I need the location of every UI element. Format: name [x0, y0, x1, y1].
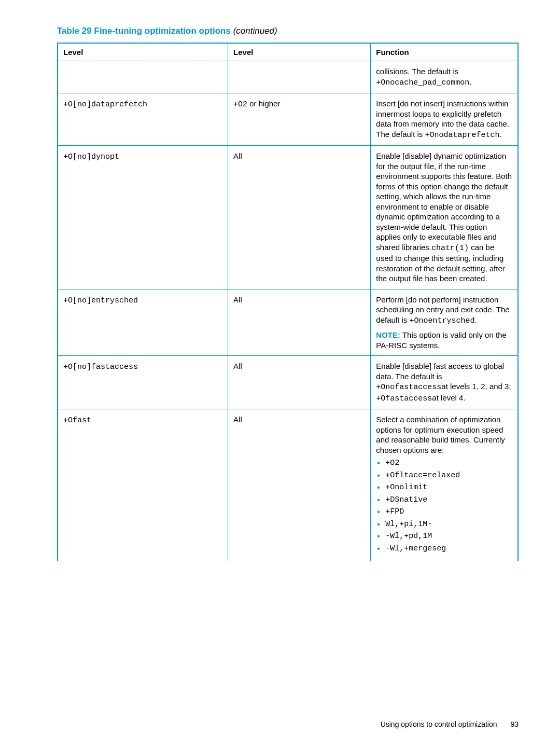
text: Select a combination of optimization opt…	[376, 415, 505, 454]
cell-function: Insert [do not insert] instructions with…	[371, 93, 518, 146]
text: All	[233, 295, 242, 304]
code: +O[no]fastaccess	[63, 363, 138, 371]
table-row: +O[no]entrysched All Perform [do not per…	[58, 289, 518, 356]
cell-function: Enable [disable] dynamic optimization fo…	[371, 146, 518, 289]
footer-text: Using options to control optimization	[381, 720, 497, 728]
list-item: +Onolimit	[376, 482, 512, 493]
code: +Onoentrysched	[410, 316, 475, 325]
cell-function: collisions. The default is +Onocache_pad…	[371, 61, 518, 93]
code: +Onocache_pad_common	[376, 78, 469, 87]
text: All	[233, 362, 242, 370]
page-number: 93	[510, 720, 519, 728]
text: .	[500, 130, 502, 139]
text: Enable [disable] fast access to global d…	[376, 362, 504, 381]
cell-level: +O[no]entrysched	[58, 289, 228, 356]
code: +Ofast	[63, 416, 91, 425]
code: +O[no]entrysched	[63, 296, 138, 305]
list-item: -Wl,+mergeseg	[376, 544, 512, 554]
table-row: collisions. The default is +Onocache_pad…	[58, 61, 518, 93]
cell-opt-level: All	[228, 356, 371, 409]
note-label: NOTE:	[376, 330, 400, 339]
header-level-2: Level	[228, 43, 371, 61]
list-item: +DSnative	[376, 495, 512, 505]
cell-function: Perform [do not perform] instruction sch…	[371, 289, 518, 356]
table-header-row: Level Level Function	[58, 43, 518, 61]
cell-level	[58, 61, 228, 93]
cell-opt-level: All	[228, 146, 371, 289]
cell-function: Enable [disable] fast access to global d…	[371, 356, 518, 409]
cell-opt-level: +O2 or higher	[228, 93, 371, 146]
table-row: +O[no]fastaccess All Enable [disable] fa…	[58, 356, 518, 409]
code: +O[no]dataprefetch	[63, 100, 147, 109]
text: .	[469, 77, 471, 86]
list-item: +Ofltacc=relaxed	[376, 471, 512, 481]
page-footer: Using options to control optimization 93	[381, 720, 519, 728]
code: +Onodataprefetch	[425, 131, 500, 140]
options-table: Level Level Function collisions. The def…	[57, 43, 519, 561]
table-row: +O[no]dynopt All Enable [disable] dynami…	[58, 146, 518, 289]
table-row: +Ofast All Select a combination of optim…	[58, 409, 518, 561]
header-level-1: Level	[58, 43, 228, 61]
code: +Ofastaccess	[376, 394, 432, 403]
text: Enable [disable] dynamic optimization fo…	[376, 151, 512, 252]
header-function: Function	[371, 43, 518, 61]
list-item: +FPD	[376, 507, 512, 517]
cell-opt-level: All	[228, 289, 371, 356]
cell-level: +O[no]fastaccess	[58, 356, 228, 409]
text: at levels 1, 2, and 3;	[441, 382, 511, 391]
text: All	[233, 151, 242, 160]
table-row: +O[no]dataprefetch +O2 or higher Insert …	[58, 93, 518, 146]
text: collisions. The default is	[376, 67, 458, 76]
text: All	[233, 415, 242, 424]
cell-function: Select a combination of optimization opt…	[371, 409, 518, 561]
caption-title: Table 29 Fine-tuning optimization option…	[57, 26, 231, 36]
cell-opt-level	[228, 61, 371, 93]
text: at level 4.	[432, 393, 465, 402]
list-item: -Wl,+pd,1M	[376, 531, 512, 542]
code: +O[no]dynopt	[63, 153, 119, 161]
cell-level: +O[no]dataprefetch	[58, 93, 228, 146]
code: +Onofastaccess	[376, 383, 441, 392]
text: or higher	[247, 99, 280, 108]
note-block: NOTE: This option is valid only on the P…	[376, 330, 512, 350]
list-item: +O2	[376, 458, 512, 468]
caption-continued: (continued)	[231, 26, 277, 36]
code: +O2	[233, 100, 247, 109]
cell-level: +O[no]dynopt	[58, 146, 228, 289]
table-caption: Table 29 Fine-tuning optimization option…	[57, 26, 519, 36]
code: chatr(1)	[431, 244, 469, 253]
cell-opt-level: All	[228, 409, 371, 561]
option-bullet-list: +O2 +Ofltacc=relaxed +Onolimit +DSnative…	[376, 458, 512, 554]
text: .	[475, 315, 477, 324]
cell-level: +Ofast	[58, 409, 228, 561]
list-item: Wl,+pi,1M-	[376, 519, 512, 530]
